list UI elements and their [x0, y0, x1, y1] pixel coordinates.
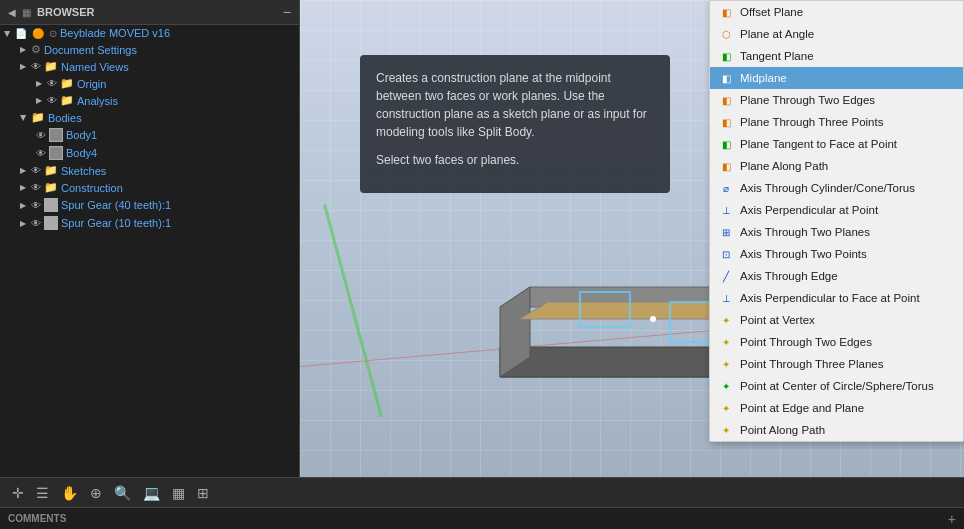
tree-item-root[interactable]: ▶ 📄 🟠 ⊙ Beyblade MOVED v16 — [0, 25, 299, 41]
arrow-construction[interactable]: ▶ — [20, 183, 26, 192]
bodies-label: Bodies — [48, 112, 82, 124]
tooltip-box: Creates a construction plane at the midp… — [360, 55, 670, 193]
origin-label: Origin — [77, 78, 106, 90]
toolbar-btn-grid[interactable]: ▦ — [168, 483, 189, 503]
arrow-doc[interactable]: ▶ — [20, 45, 26, 54]
plane-tangent-face-label: Plane Tangent to Face at Point — [740, 138, 897, 150]
toolbar-btn-pan[interactable]: ✋ — [57, 483, 82, 503]
menu-item-point-along-path[interactable]: ✦ Point Along Path — [710, 419, 963, 441]
axis-two-pts-label: Axis Through Two Points — [740, 248, 867, 260]
offset-plane-icon: ◧ — [718, 4, 734, 20]
arrow-spur10[interactable]: ▶ — [20, 219, 26, 228]
comments-bar: COMMENTS + — [0, 507, 964, 529]
eye-body4[interactable]: 👁 — [36, 148, 46, 159]
plane-three-pts-label: Plane Through Three Points — [740, 116, 883, 128]
arrow-sketches[interactable]: ▶ — [20, 166, 26, 175]
axis-edge-icon: ╱ — [718, 268, 734, 284]
tree-item-spur10[interactable]: ▶ 👁 Spur Gear (10 teeth):1 — [0, 214, 299, 232]
body1-label: Body1 — [66, 129, 97, 141]
tree-item-bodies[interactable]: ▶ 📁 Bodies — [0, 109, 299, 126]
menu-item-axis-two-planes[interactable]: ⊞ Axis Through Two Planes — [710, 221, 963, 243]
offset-plane-label: Offset Plane — [740, 6, 803, 18]
eye-construction[interactable]: 👁 — [31, 182, 41, 193]
folder-sketches: 📁 — [44, 164, 58, 177]
body1-icon — [49, 128, 63, 142]
axis-two-planes-icon: ⊞ — [718, 224, 734, 240]
spur40-icon — [44, 198, 58, 212]
bottom-area: ✛ ☰ ✋ ⊕ 🔍 💻 ▦ ⊞ COMMENTS + — [0, 477, 964, 529]
eye-analysis[interactable]: 👁 — [47, 95, 57, 106]
arrow-named-views[interactable]: ▶ — [20, 62, 26, 71]
eye-sketches[interactable]: 👁 — [31, 165, 41, 176]
tree-item-spur40[interactable]: ▶ 👁 Spur Gear (40 teeth):1 — [0, 196, 299, 214]
toolbar-btn-orbit[interactable]: ⊕ — [86, 483, 106, 503]
app-container: ◀ ▦ BROWSER − ▶ 📄 🟠 ⊙ Beyblade MOVED v16… — [0, 0, 964, 529]
folder-origin: 📁 — [60, 77, 74, 90]
menu-item-point-two-edges[interactable]: ✦ Point Through Two Edges — [710, 331, 963, 353]
menu-item-plane-along-path[interactable]: ◧ Plane Along Path — [710, 155, 963, 177]
tree-item-body1[interactable]: 👁 Body1 — [0, 126, 299, 144]
point-edge-plane-icon: ✦ — [718, 400, 734, 416]
menu-item-point-center[interactable]: ✦ Point at Center of Circle/Sphere/Torus — [710, 375, 963, 397]
arrow-analysis[interactable]: ▶ — [36, 96, 42, 105]
tangent-plane-icon: ◧ — [718, 48, 734, 64]
toolbar-btn-zoom[interactable]: 🔍 — [110, 483, 135, 503]
point-three-planes-label: Point Through Three Planes — [740, 358, 883, 370]
axis-cyl-icon: ⌀ — [718, 180, 734, 196]
menu-item-axis-cyl[interactable]: ⌀ Axis Through Cylinder/Cone/Torus — [710, 177, 963, 199]
toolbar-btn-menu[interactable]: ☰ — [32, 483, 53, 503]
point-along-path-label: Point Along Path — [740, 424, 825, 436]
menu-item-midplane[interactable]: ◧ Midplane ⋯ — [710, 67, 963, 89]
browser-title: BROWSER — [37, 6, 277, 18]
arrow-spur40[interactable]: ▶ — [20, 201, 26, 210]
tooltip-text2: Select two faces or planes. — [376, 151, 654, 169]
svg-marker-5 — [520, 302, 738, 319]
axis-perp-face-label: Axis Perpendicular to Face at Point — [740, 292, 920, 304]
eye-named-views[interactable]: 👁 — [31, 61, 41, 72]
menu-item-point-three-planes[interactable]: ✦ Point Through Three Planes — [710, 353, 963, 375]
svg-point-8 — [650, 316, 656, 322]
point-center-icon: ✦ — [718, 378, 734, 394]
tree-item-origin[interactable]: ▶ 👁 📁 Origin — [0, 75, 299, 92]
menu-item-plane-two-edges[interactable]: ◧ Plane Through Two Edges — [710, 89, 963, 111]
menu-item-axis-perp-face[interactable]: ⊥ Axis Perpendicular to Face at Point — [710, 287, 963, 309]
browser-collapse-arrow[interactable]: ◀ — [8, 7, 16, 18]
axis-perp-pt-label: Axis Perpendicular at Point — [740, 204, 878, 216]
tree-item-doc-settings[interactable]: ▶ ⚙ Document Settings — [0, 41, 299, 58]
spur40-label: Spur Gear (40 teeth):1 — [61, 199, 171, 211]
tree-item-construction[interactable]: ▶ 👁 📁 Construction — [0, 179, 299, 196]
arrow-root[interactable]: ▶ — [3, 30, 12, 36]
point-three-planes-icon: ✦ — [718, 356, 734, 372]
tree-item-body4[interactable]: 👁 Body4 — [0, 144, 299, 162]
toolbar-btn-create[interactable]: ✛ — [8, 483, 28, 503]
axis-cyl-label: Axis Through Cylinder/Cone/Torus — [740, 182, 915, 194]
toolbar-btn-layout[interactable]: ⊞ — [193, 483, 213, 503]
arrow-bodies[interactable]: ▶ — [19, 115, 28, 121]
menu-item-axis-two-pts[interactable]: ⊡ Axis Through Two Points — [710, 243, 963, 265]
add-comment-btn[interactable]: + — [948, 511, 956, 527]
menu-item-plane-angle[interactable]: ⬡ Plane at Angle — [710, 23, 963, 45]
browser-minimize-btn[interactable]: − — [283, 4, 291, 20]
toolbar-btn-display[interactable]: 💻 — [139, 483, 164, 503]
plane-two-edges-label: Plane Through Two Edges — [740, 94, 875, 106]
eye-body1[interactable]: 👁 — [36, 130, 46, 141]
point-vertex-label: Point at Vertex — [740, 314, 815, 326]
menu-item-offset-plane[interactable]: ◧ Offset Plane — [710, 1, 963, 23]
tree-item-analysis[interactable]: ▶ 👁 📁 Analysis — [0, 92, 299, 109]
tree-item-named-views[interactable]: ▶ 👁 📁 Named Views — [0, 58, 299, 75]
arrow-origin[interactable]: ▶ — [36, 79, 42, 88]
eye-spur40[interactable]: 👁 — [31, 200, 41, 211]
menu-item-point-vertex[interactable]: ✦ Point at Vertex — [710, 309, 963, 331]
menu-item-plane-tangent-face[interactable]: ◧ Plane Tangent to Face at Point — [710, 133, 963, 155]
eye-spur10[interactable]: 👁 — [31, 218, 41, 229]
browser-icon: ▦ — [22, 7, 31, 18]
tree-item-sketches[interactable]: ▶ 👁 📁 Sketches — [0, 162, 299, 179]
menu-item-axis-edge[interactable]: ╱ Axis Through Edge — [710, 265, 963, 287]
menu-item-axis-perp-pt[interactable]: ⊥ Axis Perpendicular at Point — [710, 199, 963, 221]
menu-item-plane-three-pts[interactable]: ◧ Plane Through Three Points — [710, 111, 963, 133]
eye-origin[interactable]: 👁 — [47, 78, 57, 89]
menu-item-point-edge-plane[interactable]: ✦ Point at Edge and Plane — [710, 397, 963, 419]
axis-two-planes-label: Axis Through Two Planes — [740, 226, 870, 238]
midplane-label: Midplane — [740, 72, 787, 84]
menu-item-tangent-plane[interactable]: ◧ Tangent Plane — [710, 45, 963, 67]
